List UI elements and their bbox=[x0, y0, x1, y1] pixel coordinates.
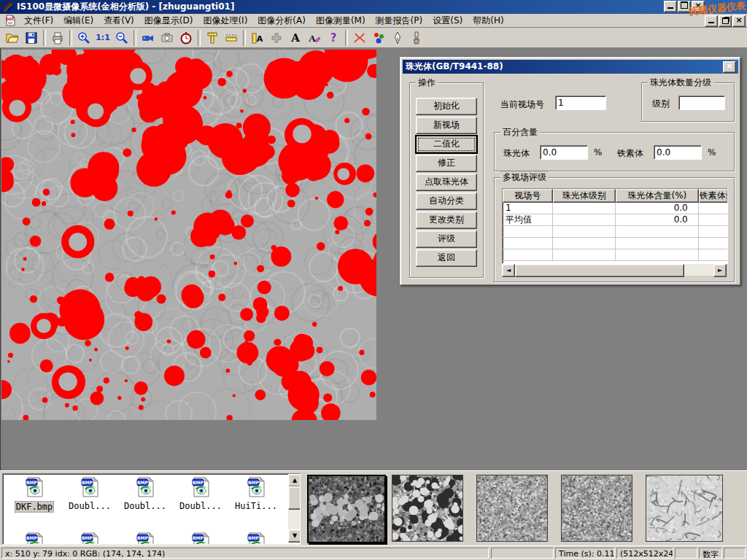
zoom-in-button[interactable] bbox=[74, 29, 93, 47]
pad-cross-button[interactable] bbox=[267, 29, 286, 47]
ferrite-input[interactable] bbox=[654, 145, 702, 160]
status-coordinates: x: 510 y: 79 idx: 0 RGB: (174, 174, 174) bbox=[1, 548, 489, 559]
file-item[interactable]: BMP DKF.bmp bbox=[7, 477, 61, 513]
mdi-minimize-button[interactable] bbox=[705, 15, 718, 27]
bmp-file-icon: BMP bbox=[191, 489, 210, 499]
mdi-restore-button[interactable] bbox=[719, 15, 732, 27]
close-button[interactable]: × bbox=[692, 1, 705, 12]
file-item[interactable]: BMP HuiTi... bbox=[229, 477, 283, 511]
document-icon[interactable]: DOC bbox=[4, 15, 16, 26]
file-list[interactable]: BMP DKF.bmp BMP Doubl... BMP bbox=[2, 473, 301, 545]
thumbnail-2[interactable] bbox=[392, 475, 463, 542]
file-item[interactable]: BMP Doubl... bbox=[118, 477, 172, 511]
open-button[interactable] bbox=[3, 29, 22, 47]
thumbnail-5[interactable] bbox=[646, 475, 723, 542]
file-item[interactable]: BMP Doubl... bbox=[63, 477, 117, 511]
mdi-close-button[interactable]: × bbox=[732, 15, 746, 27]
red-curve-icon bbox=[352, 31, 367, 45]
minimize-button[interactable] bbox=[664, 1, 677, 12]
grade-label: 级别 bbox=[652, 98, 670, 110]
timer-button[interactable] bbox=[177, 29, 196, 47]
bmp-icon: BMP bbox=[247, 477, 266, 497]
help-button[interactable]: ? bbox=[324, 29, 343, 47]
pearlite-dialog: 珠光体(GB/T9441-88) × 操作 初始化 新视场 二值化 修正 点取珠… bbox=[400, 57, 741, 286]
zoom-out-button[interactable] bbox=[112, 29, 131, 47]
file-list-scrollbar[interactable]: ▲ ▼ bbox=[288, 474, 300, 542]
menu-item-image-measure[interactable]: 图像测量(M) bbox=[311, 13, 371, 28]
change-class-button[interactable]: 更改类别 bbox=[416, 211, 477, 229]
grade-input[interactable] bbox=[678, 96, 725, 110]
file-browser-panel: BMP DKF.bmp BMP Doubl... BMP bbox=[0, 470, 747, 545]
col-header-pearlite-grade[interactable]: 珠光体级别 bbox=[553, 189, 616, 203]
dialog-close-button[interactable]: × bbox=[723, 61, 736, 73]
pen-tool-button[interactable] bbox=[388, 29, 407, 47]
measure-label-button[interactable]: A bbox=[248, 29, 267, 47]
menu-item-measure-report[interactable]: 测量报告(P) bbox=[371, 13, 428, 28]
dialog-title-bar[interactable]: 珠光体(GB/T9441-88) × bbox=[403, 60, 738, 74]
binarize-button[interactable]: 二值化 bbox=[416, 136, 477, 153]
actual-size-label: 1:1 bbox=[96, 33, 110, 42]
save-button[interactable] bbox=[22, 29, 41, 47]
curve-tool-button[interactable] bbox=[350, 29, 369, 47]
current-field-input[interactable] bbox=[555, 96, 606, 110]
menu-item-help[interactable]: 帮助(H) bbox=[468, 13, 508, 28]
print-button[interactable] bbox=[48, 29, 67, 47]
classify-button[interactable] bbox=[369, 29, 388, 47]
text-tool-button[interactable]: A bbox=[286, 29, 305, 47]
menu-item-image-processing[interactable]: 图像处理(I) bbox=[198, 13, 252, 28]
file-item-clipped[interactable]: BMP bbox=[7, 532, 61, 545]
scroll-down-arrow[interactable]: ▼ bbox=[288, 529, 301, 542]
table-row[interactable]: 1 0.0 bbox=[503, 203, 727, 214]
new-field-button[interactable]: 新视场 bbox=[416, 117, 477, 134]
file-item-clipped[interactable]: BMP bbox=[174, 532, 228, 545]
status-empty-3 bbox=[724, 548, 746, 559]
auto-classify-button[interactable]: 自动分类 bbox=[416, 192, 477, 210]
file-item-clipped[interactable]: BMP bbox=[229, 532, 283, 545]
annotate-button[interactable]: A bbox=[305, 29, 324, 47]
menu-item-edit[interactable]: 编辑(E) bbox=[58, 13, 98, 28]
file-item-clipped[interactable]: BMP bbox=[118, 532, 172, 545]
caliper-measure-button[interactable] bbox=[203, 29, 222, 47]
thumbnail-1[interactable] bbox=[307, 475, 386, 543]
application-window: IS100显微摄像系统(金相分析版) - [zhuguangti01] × 抚顺… bbox=[0, 0, 747, 560]
correct-button[interactable]: 修正 bbox=[416, 155, 477, 172]
scrollbar-thumb[interactable] bbox=[288, 486, 301, 510]
maximize-button[interactable] bbox=[678, 1, 691, 12]
file-name: Doubl... bbox=[123, 501, 167, 511]
scroll-up-arrow[interactable]: ▲ bbox=[288, 474, 301, 487]
file-item-clipped[interactable]: BMP bbox=[63, 532, 117, 545]
pearlite-input[interactable] bbox=[540, 145, 588, 160]
menu-item-image-analysis[interactable]: 图像分析(A) bbox=[252, 13, 311, 28]
file-item[interactable]: BMP Doubl... bbox=[174, 477, 228, 511]
floppy-icon bbox=[24, 31, 39, 45]
scrollbar-thumb[interactable] bbox=[515, 264, 684, 277]
menu-item-image-display[interactable]: 图像显示(D) bbox=[139, 13, 198, 28]
col-header-pearlite-content[interactable]: 珠光体含量(%) bbox=[616, 189, 699, 203]
grading-table[interactable]: 视场号 珠光体级别 珠光体含量(%) 铁素体含量(%) 1 0.0 平均值 0.… bbox=[502, 188, 728, 264]
menu-item-file[interactable]: 文件(F) bbox=[19, 13, 58, 28]
menu-item-view[interactable]: 查看(V) bbox=[98, 13, 139, 28]
ferrite-percent-sign: % bbox=[708, 147, 716, 158]
table-row[interactable]: 平均值 0.0 bbox=[503, 214, 727, 226]
grade-button[interactable]: 评级 bbox=[416, 230, 477, 248]
scroll-left-arrow[interactable]: ◄ bbox=[502, 264, 515, 277]
col-header-field-no[interactable]: 视场号 bbox=[503, 189, 553, 203]
thumbnail-3[interactable] bbox=[476, 475, 548, 542]
file-name: DKF.bmp bbox=[15, 501, 55, 513]
menu-item-settings[interactable]: 设置(S) bbox=[427, 13, 468, 28]
thumbnail-4[interactable] bbox=[561, 475, 632, 542]
return-button[interactable]: 返回 bbox=[416, 249, 477, 267]
video-capture-button[interactable] bbox=[139, 29, 158, 47]
specimen-image[interactable] bbox=[1, 50, 376, 420]
ferrite-label: 铁素体 bbox=[617, 147, 643, 160]
ruler-measure-button[interactable] bbox=[222, 29, 241, 47]
pick-pearlite-button[interactable]: 点取珠光体 bbox=[416, 174, 477, 191]
file-name: Doubl... bbox=[179, 501, 222, 511]
scroll-right-arrow[interactable]: ► bbox=[713, 264, 727, 277]
initialize-button[interactable]: 初始化 bbox=[416, 98, 477, 115]
photo-capture-button[interactable] bbox=[158, 29, 177, 47]
col-header-ferrite-content[interactable]: 铁素体含量(%) bbox=[699, 189, 727, 203]
brush-tool-button[interactable] bbox=[407, 29, 426, 47]
actual-size-button[interactable]: 1:1 bbox=[93, 29, 112, 47]
table-horizontal-scrollbar[interactable]: ◄ ► bbox=[502, 264, 727, 276]
